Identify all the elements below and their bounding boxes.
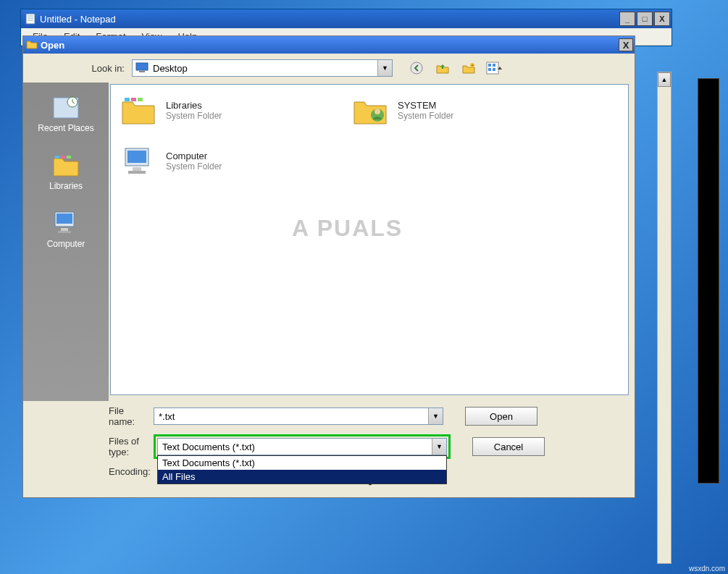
lookin-combo[interactable]: Desktop ▼ <box>132 59 393 77</box>
filetype-dropdown: Text Documents (*.txt) All Files <box>157 455 447 484</box>
svg-rect-11 <box>493 64 495 67</box>
filetype-dropdown-arrow[interactable]: ▼ <box>432 439 446 455</box>
file-system-name: SYSTEM <box>398 100 453 111</box>
lookin-dropdown-arrow[interactable]: ▼ <box>377 60 392 76</box>
up-one-level-icon[interactable] <box>433 59 452 77</box>
sidebar-computer[interactable]: Computer <box>26 206 106 252</box>
filetype-option-txt[interactable]: Text Documents (*.txt) <box>158 456 446 470</box>
file-computer-name: Computer <box>166 151 222 161</box>
svg-rect-4 <box>136 63 148 70</box>
svg-rect-18 <box>67 156 71 159</box>
svg-text:✦: ✦ <box>471 63 474 67</box>
svg-rect-16 <box>55 156 59 159</box>
maximize-button[interactable]: □ <box>637 12 653 26</box>
svg-rect-5 <box>139 71 145 72</box>
open-button[interactable]: Open <box>465 407 537 426</box>
recent-places-icon <box>49 93 83 122</box>
sidebar-libraries-label: Libraries <box>49 181 83 191</box>
filename-value: *.txt <box>159 411 428 422</box>
view-menu-icon[interactable] <box>485 59 504 77</box>
svg-rect-13 <box>493 68 495 71</box>
svg-rect-17 <box>61 156 65 159</box>
computer-icon <box>49 208 83 237</box>
minimize-button[interactable]: _ <box>619 12 635 26</box>
watermark: A PUALS <box>292 215 403 242</box>
close-button[interactable]: X <box>654 12 670 26</box>
file-libraries-desc: System Folder <box>166 111 222 121</box>
svg-rect-24 <box>131 98 136 101</box>
svg-rect-31 <box>128 171 146 174</box>
scrollbar[interactable]: ▲ <box>657 72 671 564</box>
svg-rect-29 <box>127 151 146 163</box>
svg-rect-30 <box>133 167 141 171</box>
back-icon[interactable] <box>407 59 426 77</box>
lookin-value: Desktop <box>153 63 377 74</box>
places-sidebar: Recent Places Libraries Computer <box>23 83 109 401</box>
file-item-libraries[interactable]: Libraries System Folder <box>118 92 321 128</box>
svg-rect-21 <box>61 228 68 231</box>
background-window <box>698 78 719 484</box>
dialog-close-button[interactable]: X <box>619 38 633 51</box>
libraries-icon <box>49 151 83 180</box>
notepad-icon <box>24 12 37 25</box>
sidebar-recent-places[interactable]: Recent Places <box>26 90 106 136</box>
filetype-combo[interactable]: Text Documents (*.txt) ▼ <box>157 438 447 455</box>
libraries-folder-icon <box>118 92 159 128</box>
window-title: Untitled - Notepad <box>40 14 619 25</box>
cancel-button[interactable]: Cancel <box>472 437 545 456</box>
filename-input[interactable]: *.txt ▼ <box>154 408 443 425</box>
notepad-window: Untitled - Notepad _ □ X File Edit Forma… <box>20 9 672 46</box>
open-dialog: Open X Look in: Desktop ▼ ✦ <box>22 35 635 498</box>
open-dialog-icon <box>26 38 38 52</box>
svg-rect-22 <box>58 231 71 233</box>
svg-rect-10 <box>488 64 491 67</box>
svg-rect-25 <box>138 98 143 101</box>
filename-label: File name: <box>23 405 154 427</box>
sidebar-recent-label: Recent Places <box>38 123 93 133</box>
file-libraries-name: Libraries <box>166 100 222 111</box>
filename-dropdown-arrow[interactable]: ▼ <box>428 408 443 424</box>
system-folder-icon <box>350 92 390 128</box>
titlebar[interactable]: Untitled - Notepad _ □ X <box>21 9 671 28</box>
lookin-label: Look in: <box>23 63 132 74</box>
dialog-titlebar[interactable]: Open X <box>23 36 635 54</box>
file-system-desc: System Folder <box>398 111 453 121</box>
file-list[interactable]: Libraries System Folder SYSTEM System Fo… <box>110 84 629 395</box>
scroll-up-button[interactable]: ▲ <box>658 72 671 87</box>
file-item-computer[interactable]: Computer System Folder <box>118 143 321 179</box>
filetype-highlight: Text Documents (*.txt) ▼ Text Documents … <box>154 434 451 459</box>
svg-rect-23 <box>125 98 130 101</box>
new-folder-icon[interactable]: ✦ <box>459 59 478 77</box>
svg-point-6 <box>411 62 422 74</box>
file-item-system[interactable]: SYSTEM System Folder <box>350 92 553 128</box>
sidebar-computer-label: Computer <box>47 239 85 249</box>
filetype-value: Text Documents (*.txt) <box>162 442 432 452</box>
encoding-label: Encoding: <box>23 466 154 477</box>
svg-point-27 <box>375 109 380 114</box>
filetype-label: Files of type: <box>23 436 154 457</box>
file-computer-desc: System Folder <box>166 161 222 172</box>
desktop-icon <box>135 62 148 75</box>
filetype-option-all[interactable]: All Files <box>158 470 446 484</box>
dialog-title: Open <box>41 40 619 51</box>
svg-rect-20 <box>57 214 72 224</box>
attribution: wsxdn.com <box>689 565 725 573</box>
svg-rect-12 <box>488 68 491 71</box>
computer-file-icon <box>118 143 159 179</box>
svg-rect-0 <box>26 14 35 24</box>
sidebar-libraries[interactable]: Libraries <box>26 148 106 194</box>
